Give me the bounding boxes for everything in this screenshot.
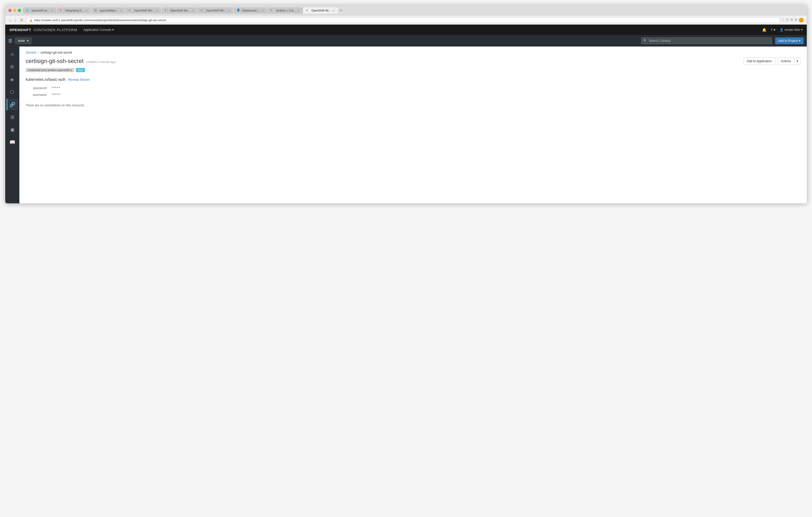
search-icon: 🔍 <box>643 39 647 42</box>
tab-favicon-3: ⊙ <box>94 9 98 12</box>
lock-icon: 🔒 <box>29 19 32 22</box>
app-console-button[interactable]: Application Console ▾ <box>83 28 114 32</box>
page-title-row: certisign-git-ssh-secret created a minut… <box>26 58 801 65</box>
tab-label-3: openshift/jen... <box>100 9 118 12</box>
page-title-group: certisign-git-ssh-secret created a minut… <box>26 58 116 65</box>
overview-icon: ≡ <box>11 52 14 57</box>
extension-icon-2[interactable]: ⚙ <box>790 18 793 23</box>
browser-tab-6[interactable]: ● OpenShift We... ✕ <box>198 7 233 13</box>
new-tab-button[interactable]: + <box>338 8 344 13</box>
annotations-text: There are no annotations on this resourc… <box>26 103 801 107</box>
actions-button[interactable]: Actions <box>778 58 794 65</box>
tab-favicon-2: ● <box>60 9 64 12</box>
extension-icon-3[interactable]: ⊕ <box>795 18 798 23</box>
sidebar-item-overview[interactable]: ≡ <box>6 49 18 60</box>
tab-close-2[interactable]: ✕ <box>86 9 88 12</box>
close-dot[interactable] <box>8 9 11 12</box>
docs-icon: 📖 <box>9 139 15 145</box>
monitoring-icon: ⊞ <box>10 114 14 120</box>
project-chevron-icon: ▾ <box>27 39 29 42</box>
bookmark-icon[interactable]: ☆ <box>782 18 785 23</box>
secondary-nav: ☰ teste ▾ 🔍 Add to Project ▾ <box>5 35 807 47</box>
applications-arrow-icon: › <box>14 66 15 68</box>
sidebar-item-applications[interactable]: ⚙ › <box>6 61 18 73</box>
tab-close-4[interactable]: ✕ <box>156 9 158 12</box>
tag-credential-sync: credential.sync.jenkins.openshift.io <box>26 68 74 72</box>
resources-arrow-icon: › <box>14 91 15 93</box>
tag-row: credential.sync.jenkins.openshift.io tru… <box>26 68 801 72</box>
address-bar-row: ‹ › ↻ 🔒 https://master.na311.openshift.o… <box>5 16 807 25</box>
secret-type-text: kubernetes.io/basic-auth <box>26 78 66 82</box>
catalog-icon: ▣ <box>10 127 14 132</box>
extension-icon-1[interactable]: ⊡ <box>786 18 789 23</box>
builds-arrow-icon: › <box>14 79 14 81</box>
user-menu[interactable]: 👤 renato felix ▾ <box>780 28 803 32</box>
tab-close-9[interactable]: ✕ <box>332 9 335 12</box>
password-label: password <box>26 86 47 90</box>
sidebar-item-storage[interactable]: 🔗 › <box>6 99 18 110</box>
sidebar-item-resources[interactable]: ⬡ › <box>6 86 18 98</box>
brand-logo: OPENSHIFT CONTAINER PLATFORM <box>9 28 77 32</box>
add-to-application-button[interactable]: Add to Application <box>744 58 775 65</box>
breadcrumb-current: certisign-git-ssh-secret <box>40 51 72 54</box>
maximize-dot[interactable] <box>18 9 21 12</box>
browser-tab-2[interactable]: ● Integrating E... ✕ <box>57 7 91 13</box>
browser-tab-7[interactable]: 👤 Dashboard (... ✕ <box>234 7 267 13</box>
tab-close-7[interactable]: ✕ <box>262 9 264 12</box>
user-avatar-icon[interactable] <box>799 18 804 23</box>
actions-button-group: Actions ▾ <box>778 58 801 65</box>
tab-label-6: OpenShift We... <box>206 9 226 12</box>
app-wrapper: OPENSHIFT CONTAINER PLATFORM Application… <box>5 25 807 203</box>
user-chevron-icon: ▾ <box>801 28 803 32</box>
tab-close-5[interactable]: ✕ <box>192 9 194 12</box>
sidebar-item-docs[interactable]: 📖 <box>6 136 18 148</box>
hamburger-icon[interactable]: ☰ <box>8 38 12 43</box>
actions-dropdown-button[interactable]: ▾ <box>794 58 801 65</box>
browser-titlebar: G openshift en... ✕ ● Integrating E... ✕… <box>5 5 807 16</box>
browser-tab-5[interactable]: ● OpenShift We... ✕ <box>162 7 197 13</box>
address-bar[interactable]: 🔒 https://master.na311.openshift.opentlc… <box>26 17 780 23</box>
main-layout: ≡ ⚙ › ◈ › ⬡ › 🔗 › ⊞ <box>5 47 807 203</box>
forward-button[interactable]: › <box>14 18 17 23</box>
tab-label-4: OpenShift We... <box>134 9 154 12</box>
search-catalog-container: 🔍 <box>641 37 772 44</box>
minimize-dot[interactable] <box>13 9 16 12</box>
notification-icon[interactable]: 🔔 <box>762 28 766 32</box>
breadcrumb-parent-link[interactable]: Secrets <box>26 51 36 54</box>
password-value: ***** <box>52 86 60 90</box>
add-to-project-button[interactable]: Add to Project ▾ <box>775 37 804 44</box>
tab-favicon-4: ● <box>129 9 133 12</box>
browser-window: G openshift en... ✕ ● Integrating E... ✕… <box>5 5 807 203</box>
resources-icon: ⬡ <box>10 89 14 95</box>
refresh-button[interactable]: ↻ <box>19 18 24 23</box>
back-button[interactable]: ‹ <box>8 18 12 23</box>
sidebar-item-builds[interactable]: ◈ › <box>6 74 18 85</box>
search-catalog-input[interactable] <box>641 37 772 44</box>
project-selector[interactable]: teste ▾ <box>15 38 31 44</box>
tab-favicon-8: ● <box>270 9 274 12</box>
page-title: certisign-git-ssh-secret <box>26 58 83 65</box>
browser-tab-4[interactable]: ● OpenShift We... ✕ <box>125 7 161 13</box>
tab-label-1: openshift en... <box>31 9 50 12</box>
storage-icon: 🔗 <box>9 102 15 108</box>
tab-favicon-5: ● <box>165 9 169 12</box>
help-icon[interactable]: ? ▾ <box>771 28 776 32</box>
tab-favicon-7: 👤 <box>237 9 240 12</box>
username-value: ***** <box>52 93 60 97</box>
secret-field-password: password ***** <box>26 85 801 91</box>
url-text: https://master.na311.openshift.opentlc.c… <box>34 19 777 22</box>
browser-tab-3[interactable]: ⊙ openshift/jen... ✕ <box>91 7 125 13</box>
browser-tab-8[interactable]: ● Jenkins » Cre... ✕ <box>267 7 302 13</box>
browser-toolbar-icons: ☆ ⊡ ⚙ ⊕ <box>782 18 804 23</box>
sidebar-item-catalog[interactable]: ▣ <box>6 124 18 135</box>
top-nav-right: 🔔 ? ▾ 👤 renato felix ▾ <box>762 28 803 32</box>
tab-close-1[interactable]: ✕ <box>51 9 53 12</box>
tab-close-8[interactable]: ✕ <box>297 9 299 12</box>
sidebar-item-monitoring[interactable]: ⊞ <box>6 111 18 123</box>
tab-close-6[interactable]: ✕ <box>228 9 230 12</box>
sidebar: ≡ ⚙ › ◈ › ⬡ › 🔗 › ⊞ <box>5 47 19 203</box>
reveal-secret-link[interactable]: Reveal Secret <box>68 78 90 82</box>
browser-tab-9[interactable]: ● OpenShift Wi... ✕ <box>303 7 338 13</box>
browser-tab-1[interactable]: G openshift en... ✕ <box>23 7 56 13</box>
tab-close-3[interactable]: ✕ <box>120 9 122 12</box>
